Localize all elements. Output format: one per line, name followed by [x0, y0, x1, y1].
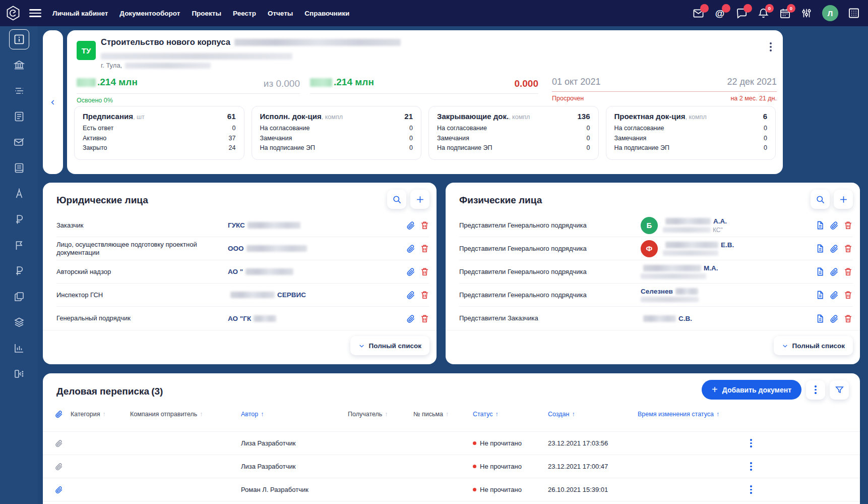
row-menu-kebab-icon[interactable] — [748, 460, 768, 473]
menu-item-document-flow[interactable]: Документооборот — [119, 10, 180, 17]
project-menu-kebab-icon[interactable] — [768, 40, 774, 53]
settings-sliders-icon[interactable] — [800, 7, 813, 19]
attachment-icon[interactable] — [829, 267, 839, 276]
mentions-icon[interactable]: @ — [714, 7, 726, 19]
correspondence-row[interactable]: Лиза Разработчик Не прочитано 23.12.2021… — [43, 432, 860, 455]
attachment-icon[interactable] — [829, 220, 839, 230]
chat-icon[interactable] — [735, 7, 748, 19]
correspondence-row[interactable]: Роман Л. Разработчик Не прочитано 26.10.… — [43, 478, 860, 501]
document-icon[interactable] — [815, 267, 825, 276]
column-header-status[interactable]: Статус↑ — [473, 411, 548, 418]
column-header-letter-number[interactable]: № письма↑ — [413, 411, 473, 418]
menu-item-personal-cabinet[interactable]: Личный кабинет — [52, 10, 108, 17]
mail-icon[interactable] — [692, 7, 704, 19]
menu-item-registry[interactable]: Реестр — [233, 10, 256, 17]
sidebar-item-flag-icon[interactable] — [9, 235, 29, 255]
delete-icon[interactable] — [843, 267, 853, 276]
correspondence-filter-button[interactable] — [830, 380, 849, 400]
column-header-category[interactable]: Категория↑ — [71, 411, 130, 418]
attachment-icon[interactable] — [406, 244, 415, 253]
redacted-amount — [77, 78, 96, 87]
delete-icon[interactable] — [420, 244, 429, 253]
finance-contract-block: .214 млн 0.000 — [310, 77, 538, 94]
sidebar-item-copy-docs-icon[interactable] — [9, 287, 29, 307]
menu-item-projects[interactable]: Проекты — [192, 10, 221, 17]
delete-icon[interactable] — [843, 290, 853, 300]
contract-right-amount: 0.000 — [514, 78, 538, 89]
delete-icon[interactable] — [420, 314, 429, 323]
calendar-icon[interactable]: 0 — [779, 7, 791, 19]
sidebar-item-project-info[interactable] — [9, 29, 29, 49]
redacted-name — [665, 218, 711, 225]
mail-badge — [700, 4, 709, 13]
menu-item-directories[interactable]: Справочники — [304, 10, 349, 17]
sidebar-item-layers-icon[interactable] — [9, 312, 29, 332]
attachment-icon[interactable] — [406, 290, 415, 300]
correspondence-row[interactable]: Лиза Разработчик Не прочитано 23.12.2021… — [43, 455, 860, 478]
sort-arrow-icon: ↑ — [102, 411, 105, 418]
search-icon — [816, 195, 825, 204]
legal-search-button[interactable] — [387, 190, 406, 209]
redacted-subtext — [663, 227, 711, 233]
individuals-panel: Физические лица Представители Генерально… — [446, 183, 860, 364]
delete-icon[interactable] — [420, 290, 429, 300]
mentions-badge — [722, 4, 730, 13]
legal-add-button[interactable] — [410, 190, 429, 209]
sidebar-item-journal-icon[interactable] — [9, 158, 29, 178]
redacted-name — [643, 265, 701, 271]
chevron-left-icon — [49, 99, 56, 106]
column-header-created[interactable]: Создан↑ — [548, 411, 638, 418]
attachment-column-icon[interactable] — [54, 410, 71, 418]
menu-item-reports[interactable]: Отчеты — [268, 10, 293, 17]
column-header-author[interactable]: Автор↑ — [241, 411, 348, 418]
app-logo-icon[interactable] — [5, 5, 21, 21]
delete-icon[interactable] — [843, 220, 853, 230]
hamburger-menu-icon[interactable] — [29, 9, 41, 17]
correspondence-menu-button[interactable] — [806, 380, 825, 400]
add-document-button[interactable]: + Добавить документ — [702, 380, 801, 400]
column-header-status-change-time[interactable]: Время изменения статуса↑ — [638, 411, 748, 418]
delete-icon[interactable] — [420, 267, 429, 276]
sidebar-item-crane-icon[interactable] — [9, 184, 29, 204]
apps-grid-icon[interactable] — [848, 7, 860, 19]
individual-row: Представители Заказчика С.В. — [459, 307, 853, 330]
column-header-sender-company[interactable]: Компания отправитель↑ — [130, 411, 241, 418]
sidebar-item-filter-lines-icon[interactable] — [9, 81, 29, 101]
document-icon[interactable] — [815, 220, 825, 230]
attachment-icon[interactable] — [406, 314, 415, 323]
sidebar-item-ruble-icon[interactable] — [9, 209, 29, 230]
notifications-bell-icon[interactable]: 0 — [757, 7, 769, 19]
user-avatar[interactable]: Л — [822, 5, 838, 21]
document-icon[interactable] — [815, 244, 825, 253]
delete-icon[interactable] — [843, 314, 853, 323]
individuals-full-list-button[interactable]: Полный список — [774, 336, 853, 355]
sidebar-item-budget-ruble-icon[interactable] — [9, 261, 29, 281]
collapse-header-tab[interactable] — [43, 30, 63, 174]
individuals-add-button[interactable] — [834, 190, 853, 209]
delete-icon[interactable] — [420, 220, 429, 230]
legal-row: Инспектор ГСН СЕРВИС — [56, 284, 429, 307]
document-icon[interactable] — [815, 290, 825, 300]
sort-arrow-icon: ↑ — [446, 411, 449, 418]
sidebar-item-mail-icon[interactable] — [9, 132, 29, 152]
progress-label: Освоено 0% — [77, 97, 113, 104]
redacted-name — [665, 242, 718, 248]
row-menu-kebab-icon[interactable] — [748, 483, 768, 496]
delete-icon[interactable] — [843, 244, 853, 253]
sidebar-item-document-list-icon[interactable] — [9, 106, 29, 127]
attachment-icon[interactable] — [406, 267, 415, 276]
document-icon[interactable] — [815, 314, 825, 323]
attachment-icon[interactable] — [829, 290, 839, 300]
attachment-icon[interactable] — [829, 314, 839, 323]
legal-row: Лицо, осуществляющее подготовку проектно… — [56, 237, 429, 260]
sidebar-item-org-structure-icon[interactable] — [9, 364, 29, 384]
legal-full-list-button[interactable]: Полный список — [350, 336, 429, 355]
attachment-icon[interactable] — [829, 244, 839, 253]
individuals-search-button[interactable] — [811, 190, 830, 209]
stat-cards-row: Предписания, шт 61 Есть ответ0 Активно37… — [74, 106, 776, 160]
column-header-recipient[interactable]: Получатель↑ — [348, 411, 413, 418]
row-menu-kebab-icon[interactable] — [748, 437, 768, 450]
sidebar-item-bank-icon[interactable] — [9, 55, 29, 75]
sidebar-item-chart-icon[interactable] — [9, 338, 29, 358]
attachment-icon[interactable] — [406, 220, 415, 230]
